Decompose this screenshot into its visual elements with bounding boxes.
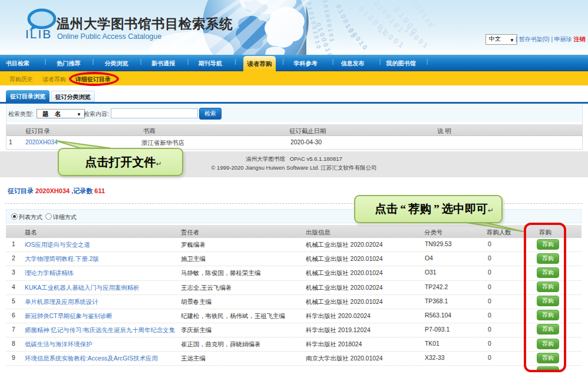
svg-text:1 0 0 0 1 0: 1 0 0 0 1 0: [344, 22, 368, 51]
